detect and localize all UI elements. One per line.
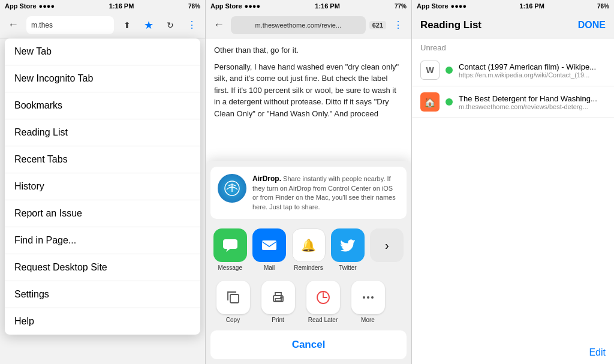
share-more-app[interactable]: › bbox=[368, 226, 407, 273]
read-later-label: Read Later bbox=[308, 317, 338, 323]
refresh-icon-1[interactable]: ↻ bbox=[162, 17, 179, 34]
reading-item-url-1: m.thesweethome.com/reviews/best-deterg..… bbox=[459, 103, 606, 110]
svg-point-9 bbox=[367, 296, 369, 299]
browser-bar-2: ← m.thesweethome.com/revie... 621 ⋮ bbox=[206, 12, 411, 38]
action-more[interactable]: More bbox=[345, 278, 390, 326]
svg-rect-2 bbox=[262, 240, 276, 250]
print-label: Print bbox=[272, 317, 284, 323]
time-3: 1:16 PM bbox=[519, 2, 544, 10]
message-label: Message bbox=[218, 264, 242, 271]
status-bar-3: App Store ●●●● 1:16 PM 76% bbox=[412, 0, 614, 12]
carrier-3: App Store bbox=[417, 2, 449, 10]
mail-icon bbox=[252, 228, 286, 262]
svg-rect-5 bbox=[275, 299, 281, 301]
more-icon bbox=[351, 281, 385, 314]
bookmark-star-icon[interactable]: ★ bbox=[140, 17, 157, 34]
reading-item-1[interactable]: 🏠 The Best Detergent for Hand Washing...… bbox=[412, 86, 614, 118]
menu-item-history[interactable]: History bbox=[5, 173, 200, 200]
twitter-label: Twitter bbox=[339, 264, 356, 271]
menu-dots-icon-2[interactable]: ⋮ bbox=[390, 17, 407, 34]
reading-item-0[interactable]: W Contact (1997 American film) - Wikipe.… bbox=[412, 55, 614, 86]
signal-3: ●●●● bbox=[451, 2, 467, 10]
battery-1: 78% bbox=[188, 3, 200, 10]
status-bar-1: App Store ●●●● 1:16 PM 78% bbox=[0, 0, 205, 12]
svg-rect-1 bbox=[223, 239, 237, 249]
share-reminders[interactable]: 🔔 Reminders bbox=[289, 226, 328, 273]
reading-item-text-0: Contact (1997 American film) - Wikipe...… bbox=[459, 62, 606, 79]
cancel-button[interactable]: Cancel bbox=[210, 330, 407, 359]
edit-button[interactable]: Edit bbox=[589, 347, 606, 358]
reminders-label: Reminders bbox=[294, 264, 323, 271]
status-bar-left-3: App Store ●●●● bbox=[417, 2, 466, 10]
menu-item-help[interactable]: Help bbox=[5, 308, 200, 335]
reading-item-title-0: Contact (1997 American film) - Wikipe... bbox=[459, 62, 606, 71]
status-bar-2: App Store ●●●● 1:16 PM 77% bbox=[206, 0, 411, 12]
share-twitter[interactable]: Twitter bbox=[328, 226, 367, 273]
article-para-2: Personally, I have hand washed even "dry… bbox=[214, 61, 403, 120]
menu-dots-icon[interactable]: ⋮ bbox=[183, 17, 200, 34]
menu-item-settings[interactable]: Settings bbox=[5, 281, 200, 308]
panel-share: App Store ●●●● 1:16 PM 77% ← m.thesweeth… bbox=[206, 0, 412, 364]
reading-list-header: Reading List DONE bbox=[412, 12, 614, 38]
action-print[interactable]: Print bbox=[255, 278, 300, 326]
read-later-icon bbox=[306, 281, 340, 314]
action-icons-row: Copy Print bbox=[206, 276, 411, 330]
back-icon-2[interactable]: ← bbox=[210, 17, 227, 34]
status-bar-right-1: 78% bbox=[188, 3, 200, 10]
status-bar-left-1: App Store ●●●● bbox=[5, 2, 55, 10]
panel-menu: App Store ●●●● 1:16 PM 78% ← m.thes ⬆ ★ … bbox=[0, 0, 206, 364]
time-1: 1:16 PM bbox=[109, 2, 134, 10]
airdrop-section: AirDrop. Share instantly with people nea… bbox=[210, 167, 407, 219]
menu-item-incognito[interactable]: New Incognito Tab bbox=[5, 65, 200, 92]
copy-label: Copy bbox=[226, 317, 240, 323]
back-icon-1[interactable]: ← bbox=[5, 17, 22, 34]
reminders-icon: 🔔 bbox=[292, 228, 326, 262]
svg-rect-3 bbox=[230, 294, 239, 303]
share-icons-row: Message Mail 🔔 Reminders Twitter bbox=[206, 224, 411, 276]
copy-icon bbox=[216, 281, 250, 314]
more-label: More bbox=[361, 317, 375, 323]
share-sheet: AirDrop. Share instantly with people nea… bbox=[206, 161, 411, 364]
signal-1: ●●●● bbox=[39, 2, 55, 10]
twitter-icon bbox=[331, 228, 365, 262]
panel-reading-list: App Store ●●●● 1:16 PM 76% Reading List … bbox=[412, 0, 614, 364]
airdrop-text: AirDrop. Share instantly with people nea… bbox=[252, 174, 399, 212]
reading-item-title-1: The Best Detergent for Hand Washing... bbox=[459, 94, 606, 103]
carrier-2: App Store bbox=[210, 2, 242, 10]
share-icon-1[interactable]: ⬆ bbox=[119, 17, 136, 34]
share-mail[interactable]: Mail bbox=[249, 226, 288, 273]
print-icon bbox=[261, 281, 295, 314]
menu-item-bookmarks[interactable]: Bookmarks bbox=[5, 92, 200, 119]
menu-item-find-in-page[interactable]: Find in Page... bbox=[5, 227, 200, 254]
mail-label: Mail bbox=[264, 264, 275, 271]
menu-item-recent-tabs[interactable]: Recent Tabs bbox=[5, 146, 200, 173]
status-bar-left-2: App Store ●●●● bbox=[210, 2, 260, 10]
menu-item-report-issue[interactable]: Report an Issue bbox=[5, 200, 200, 227]
reading-item-text-1: The Best Detergent for Hand Washing... m… bbox=[459, 94, 606, 110]
menu-item-request-desktop[interactable]: Request Desktop Site bbox=[5, 254, 200, 281]
svg-point-10 bbox=[371, 296, 374, 299]
share-message[interactable]: Message bbox=[210, 226, 249, 273]
airdrop-icon bbox=[218, 174, 246, 203]
menu-item-reading-list[interactable]: Reading List bbox=[5, 119, 200, 146]
article-content: Other than that, go for it. Personally, … bbox=[206, 38, 411, 158]
svg-point-8 bbox=[363, 296, 365, 299]
menu-item-new-tab[interactable]: New Tab bbox=[5, 38, 200, 65]
svg-point-6 bbox=[281, 297, 282, 298]
url-bar-2[interactable]: m.thesweethome.com/revie... bbox=[231, 16, 366, 34]
reading-item-status-0 bbox=[446, 67, 453, 74]
reading-item-status-1 bbox=[446, 98, 453, 106]
action-copy[interactable]: Copy bbox=[210, 278, 255, 326]
reading-list-title: Reading List bbox=[420, 19, 481, 31]
status-bar-right-2: 77% bbox=[395, 3, 407, 10]
url-bar-1[interactable]: m.thes bbox=[26, 16, 114, 34]
more-apps-icon: › bbox=[370, 228, 404, 262]
action-read-later[interactable]: Read Later bbox=[300, 278, 345, 326]
article-para-1: Other than that, go for it. bbox=[214, 44, 403, 56]
status-bar-right-3: 76% bbox=[597, 3, 609, 10]
browser-menu: New Tab New Incognito Tab Bookmarks Read… bbox=[5, 38, 200, 335]
done-button[interactable]: DONE bbox=[578, 20, 606, 31]
tab-count-badge[interactable]: 621 bbox=[369, 21, 386, 29]
reading-item-icon-1: 🏠 bbox=[420, 92, 440, 112]
time-2: 1:16 PM bbox=[315, 2, 340, 10]
